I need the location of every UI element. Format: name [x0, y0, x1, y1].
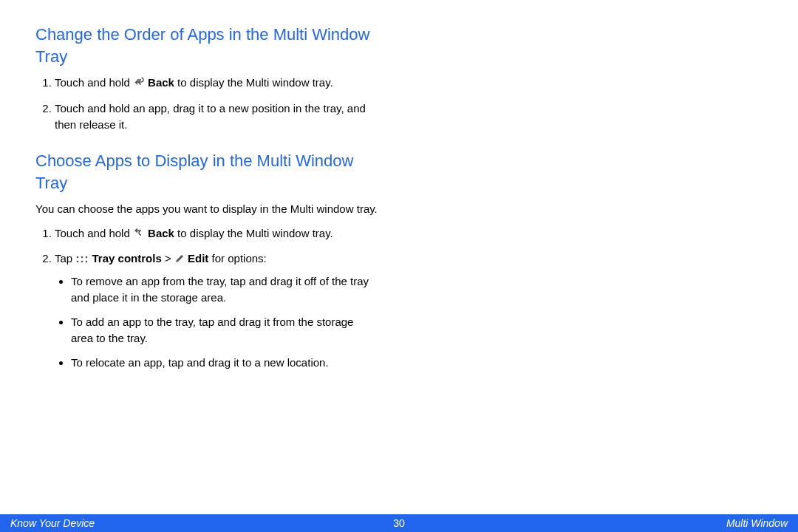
svg-point-3 [77, 261, 79, 263]
footer-right: Multi Window [726, 517, 788, 529]
bullet-text: To add an app to the tray, tap and drag … [71, 316, 353, 345]
svg-point-4 [81, 261, 83, 263]
list-item: Tap Tray controls > Edit for options: To… [55, 250, 378, 371]
list-item: Touch and hold an app, drag it to a new … [55, 100, 378, 134]
step-text: Touch and hold an app, drag it to a new … [55, 102, 366, 132]
svg-point-0 [77, 256, 79, 259]
back-icon [133, 227, 145, 244]
back-icon [133, 76, 145, 93]
step-sep: > [162, 252, 174, 265]
dots-icon [75, 252, 89, 269]
step-text-post: to display the Multi window tray. [174, 76, 333, 89]
list-item: Touch and hold Back to display the Multi… [55, 75, 378, 93]
list-item: To relocate an app, tap and drag it to a… [71, 355, 378, 372]
section2-intro: You can choose the apps you want to disp… [35, 201, 378, 218]
section-heading-2: Choose Apps to Display in the Multi Wind… [35, 150, 378, 194]
step-text-post: to display the Multi window tray. [174, 227, 333, 239]
footer-left: Know Your Device [10, 517, 95, 529]
pencil-icon [174, 252, 185, 269]
section1-steps: Touch and hold Back to display the Multi… [35, 75, 378, 134]
step-text-pre: Tap [55, 252, 75, 265]
page-number: 30 [393, 517, 405, 529]
list-item: Touch and hold Back to display the Multi… [55, 225, 378, 244]
list-item: To remove an app from the tray, tap and … [71, 273, 378, 307]
svg-point-1 [81, 256, 83, 259]
list-item: To add an app to the tray, tap and drag … [71, 314, 378, 347]
step-text-pre: Touch and hold [55, 76, 133, 89]
step-bold-2: Edit [188, 252, 208, 265]
step-bold-1: Tray controls [92, 252, 162, 265]
step-bold: Back [148, 227, 174, 239]
step-text-pre: Touch and hold [55, 227, 133, 239]
bullet-text: To remove an app from the tray, tap and … [71, 275, 369, 304]
page-footer: Know Your Device 30 Multi Window [0, 514, 798, 532]
document-page: Change the Order of Apps in the Multi Wi… [0, 0, 414, 371]
step-bold: Back [148, 76, 174, 89]
svg-point-5 [86, 261, 88, 263]
section-heading-1: Change the Order of Apps in the Multi Wi… [35, 24, 378, 67]
bullet-text: To relocate an app, tap and drag it to a… [71, 356, 329, 369]
section2-bullets: To remove an app from the tray, tap and … [55, 273, 378, 372]
svg-point-2 [86, 256, 88, 259]
section2-steps: Touch and hold Back to display the Multi… [35, 225, 378, 372]
step-text-post: for options: [208, 252, 266, 265]
